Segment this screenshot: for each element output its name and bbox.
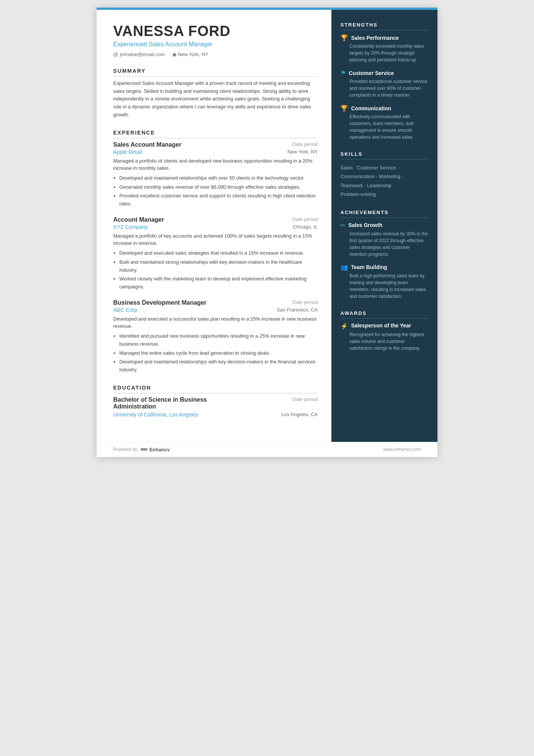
skills-line-3: Teamwork · Leadership · <box>340 181 428 190</box>
enhancv-logo: Enhancv <box>140 447 170 452</box>
edu-degree-1: Bachelor of Science in Business Administ… <box>113 396 236 410</box>
trophy-icon-2: 🏆 <box>340 105 348 112</box>
resume-wrapper: VANESSA FORD Experienced Sales Account M… <box>97 8 437 457</box>
exp-company-2: XYZ Company <box>113 224 148 230</box>
achievement-name-2: Team Building <box>351 264 387 270</box>
exp-header-2: Account Manager Date period <box>113 216 318 223</box>
strength-item-2: ⚑ Customer Service Provided exceptional … <box>340 69 428 99</box>
exp-company-3: ABC Corp <box>113 307 137 313</box>
achievement-header-1: ✏ Sales Growth <box>340 222 428 229</box>
strength-header-2: ⚑ Customer Service <box>340 69 428 77</box>
experience-item-2: Account Manager Date period XYZ Company … <box>113 216 318 291</box>
strength-item-1: 🏆 Sales Performance Consistently exceede… <box>340 34 428 63</box>
education-item-1: Bachelor of Science in Business Administ… <box>113 396 318 418</box>
exp-bullets-2: Developed and executed sales strategies … <box>113 249 318 291</box>
edu-school-1: University of California, Los Angeles <box>113 412 198 418</box>
exp-desc-3: Developed and executed a successful sale… <box>113 315 318 330</box>
candidate-title: Experienced Sales Account Manager <box>113 41 318 48</box>
exp-company-1: Apple Retail <box>113 149 142 155</box>
bullet-item: Built and maintained strong relationship… <box>119 258 318 274</box>
summary-text: Experienced Sales Account Manager with a… <box>113 80 318 119</box>
education-section: EDUCATION Bachelor of Science in Busines… <box>113 385 318 418</box>
bullet-item: Developed and executed sales strategies … <box>119 249 318 257</box>
strength-name-1: Sales Performance <box>351 35 399 41</box>
footer-website: www.enhancv.com <box>383 447 421 452</box>
lightning-icon: ⚡ <box>340 322 348 330</box>
location-contact: ◉ New York, NY <box>172 52 208 57</box>
exp-location-2: Chicago, IL <box>293 224 318 230</box>
flag-icon: ⚑ <box>340 69 346 77</box>
trophy-icon-1: 🏆 <box>340 34 348 41</box>
brand-name: Enhancv <box>149 447 170 452</box>
strength-desc-2: Provided exceptional customer service an… <box>340 78 428 99</box>
awards-name-1: Salesperson of the Year <box>351 322 411 329</box>
exp-desc-1: Managed a portfolio of clients and devel… <box>113 157 318 172</box>
strength-header-3: 🏆 Communication <box>340 105 428 112</box>
achievement-desc-1: Increased sales revenue by 30% in the fi… <box>340 230 428 258</box>
achievements-title: ACHIEVEMENTS <box>340 210 428 218</box>
people-icon: 👥 <box>340 264 348 271</box>
awards-header-1: ⚡ Salesperson of the Year <box>340 322 428 330</box>
left-column: VANESSA FORD Experienced Sales Account M… <box>97 10 331 442</box>
exp-date-1: Date period <box>292 141 318 147</box>
achievement-header-2: 👥 Team Building <box>340 264 428 271</box>
bullet-item: Identified and pursued new business oppo… <box>119 332 318 348</box>
summary-section: SUMMARY Experienced Sales Account Manage… <box>113 68 318 119</box>
exp-header-3: Business Development Manager Date period <box>113 299 318 306</box>
email-contact: @ johndoe@email.com <box>113 52 165 57</box>
bullet-item: Developed and maintained relationships w… <box>119 174 318 182</box>
location-value: New York, NY <box>178 52 208 57</box>
exp-bullets-3: Identified and pursued new business oppo… <box>113 332 318 374</box>
exp-company-row-2: XYZ Company Chicago, IL <box>113 224 318 230</box>
awards-desc-1: Recognized for achieving the highest sal… <box>340 331 428 352</box>
skills-line-1: Sales · Customer Service · <box>340 163 428 172</box>
skills-list: Sales · Customer Service · Communication… <box>340 163 428 199</box>
exp-title-1: Sales Account Manager <box>113 141 181 148</box>
email-icon: @ <box>113 52 118 57</box>
footer-left: Powered by Enhancv <box>113 447 170 452</box>
exp-company-row-1: Apple Retail New York, NY <box>113 149 318 155</box>
exp-date-2: Date period <box>292 216 318 222</box>
exp-location-1: New York, NY <box>287 149 318 155</box>
exp-title-3: Business Development Manager <box>113 299 206 306</box>
pencil-icon: ✏ <box>340 222 345 229</box>
logo-icon <box>140 447 148 452</box>
exp-location-3: San Francisco, CA <box>277 307 318 313</box>
edu-header-1: Bachelor of Science in Business Administ… <box>113 396 318 410</box>
strength-desc-3: Effectively communicated with customers,… <box>340 113 428 141</box>
strength-header-1: 🏆 Sales Performance <box>340 34 428 41</box>
awards-title: AWARDS <box>340 310 428 319</box>
summary-title: SUMMARY <box>113 68 318 77</box>
contact-row: @ johndoe@email.com ◉ New York, NY <box>113 52 318 57</box>
exp-bullets-1: Developed and maintained relationships w… <box>113 174 318 208</box>
skills-line-4: Problem-solving <box>340 190 428 199</box>
awards-section: AWARDS ⚡ Salesperson of the Year Recogni… <box>340 310 428 352</box>
strength-desc-1: Consistently exceeded monthly sales targ… <box>340 43 428 63</box>
candidate-name: VANESSA FORD <box>113 23 318 39</box>
bullet-item: Worked closely with the marketing team t… <box>119 275 318 291</box>
edu-location-1: Los Angeles, CA <box>281 412 318 418</box>
strength-name-3: Communication <box>351 105 391 111</box>
resume-body: VANESSA FORD Experienced Sales Account M… <box>97 10 437 442</box>
edu-date-1: Date period <box>292 396 318 410</box>
right-column: STRENGTHS 🏆 Sales Performance Consistent… <box>331 10 437 442</box>
exp-header-1: Sales Account Manager Date period <box>113 141 318 148</box>
strength-name-2: Customer Service <box>349 70 394 76</box>
exp-company-row-3: ABC Corp San Francisco, CA <box>113 307 318 313</box>
education-title: EDUCATION <box>113 385 318 393</box>
exp-title-2: Account Manager <box>113 216 164 223</box>
bullet-item: Managed the entire sales cycle from lead… <box>119 349 318 357</box>
achievement-item-1: ✏ Sales Growth Increased sales revenue b… <box>340 222 428 258</box>
achievement-name-1: Sales Growth <box>348 222 382 228</box>
exp-date-3: Date period <box>292 299 318 305</box>
achievements-section: ACHIEVEMENTS ✏ Sales Growth Increased sa… <box>340 210 428 300</box>
footer: Powered by Enhancv www.enhancv.com <box>97 442 437 457</box>
strengths-section: STRENGTHS 🏆 Sales Performance Consistent… <box>340 22 428 141</box>
email-value: johndoe@email.com <box>120 52 165 57</box>
awards-item-1: ⚡ Salesperson of the Year Recognized for… <box>340 322 428 352</box>
skills-line-2: Communication · Marketing · <box>340 172 428 181</box>
skills-section: SKILLS Sales · Customer Service · Commun… <box>340 151 428 199</box>
location-icon: ◉ <box>172 52 176 57</box>
powered-by-text: Powered by <box>113 447 137 452</box>
experience-item-3: Business Development Manager Date period… <box>113 299 318 374</box>
